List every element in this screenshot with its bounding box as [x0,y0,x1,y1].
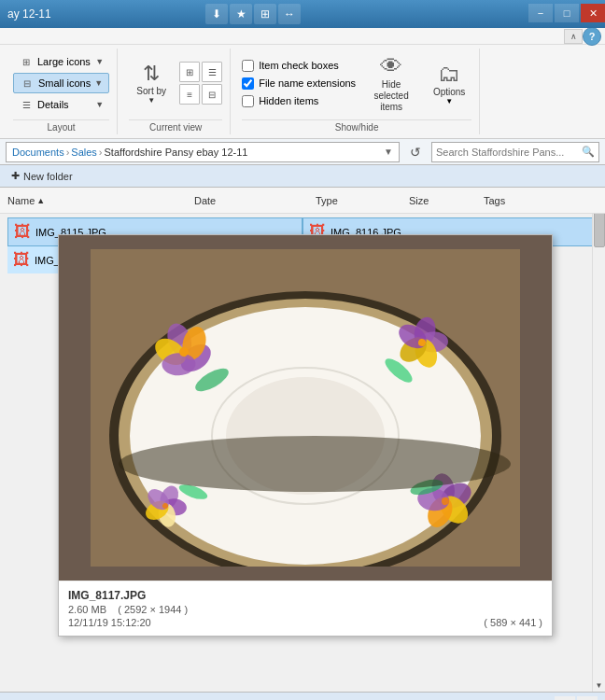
size-column-label: Size [409,195,429,206]
large-icons-option[interactable]: ⊞ Large icons ▼ [13,52,109,71]
hidden-items-option[interactable]: Hidden items [242,95,356,107]
small-icons-icon: ⊟ [20,76,35,91]
view-list-button[interactable]: ☰ [202,62,222,82]
view-grid-button[interactable]: ⊞ [179,62,200,82]
layout-group-label: Layout [13,119,109,134]
file-extensions-checkbox[interactable] [242,77,254,90]
details-option[interactable]: ☰ Details ▼ [13,95,109,114]
options-arrow-icon: ▼ [445,97,453,105]
new-folder-bar: ✚ New folder [0,165,605,188]
qa-favorite-button[interactable]: ★ [230,4,252,24]
minimize-button[interactable]: − [528,4,553,22]
name-column-header[interactable]: Name ▲ [7,195,194,206]
checkbox-group: Item check boxes File name extensions Hi… [242,56,356,111]
address-bar: Documents › Sales › Staffordshire Pansy … [0,139,605,165]
view-mode-icons: ⊞ ⊟ [555,696,598,701]
window-controls: − □ ✕ [528,4,605,22]
breadcrumb-sales[interactable]: Sales [71,147,97,158]
hide-selected-button[interactable]: 👁 Hide selecteditems [361,49,421,117]
breadcrumb-sep-1: › [66,147,70,158]
breadcrumb-current: Staffordshire Pansy ebay 12-11 [105,147,248,158]
search-box: 🔍 [431,142,599,162]
refresh-button[interactable]: ↺ [405,142,426,162]
layout-group-content: ⊞ Large icons ▼ ⊟ Small icons ▼ ☰ Detail… [13,49,109,118]
scrollbar: ▲ ▼ [592,188,605,692]
small-icons-label: Small icons [38,77,91,89]
plate-svg [91,249,520,567]
hidden-items-checkbox[interactable] [242,95,254,107]
show-hide-label: Show/hide [242,119,471,134]
item-checkboxes-checkbox[interactable] [242,60,254,72]
breadcrumb-documents[interactable]: Documents [12,147,64,158]
options-icon: 🗂 [438,61,460,87]
details-arrow: ▼ [95,100,104,109]
layout-group: ⊞ Large icons ▼ ⊟ Small icons ▼ ☰ Detail… [6,49,118,134]
layout-list: ⊞ Large icons ▼ ⊟ Small icons ▼ ☰ Detail… [13,52,109,114]
qa-new-folder-button[interactable]: ⊞ [254,4,276,24]
type-column-label: Type [316,195,338,206]
hidden-items-label: Hidden items [259,95,318,106]
breadcrumb: Documents › Sales › Staffordshire Pansy … [6,142,400,162]
view-icons-group: ⊞ ☰ ≡ ⊟ [179,62,222,105]
view-details-button[interactable]: ≡ [179,84,200,105]
ribbon-toolbar: ⊞ Large icons ▼ ⊟ Small icons ▼ ☰ Detail… [0,45,605,138]
preview-datetime: 12/11/19 15:12:20 ( 589 × 441 ) [68,617,542,628]
options-label: Options [433,87,465,97]
hide-selected-icon: 👁 [380,53,402,79]
item-checkboxes-option[interactable]: Item check boxes [242,60,356,72]
view-mode-grid-button[interactable]: ⊞ [555,696,575,701]
maximize-button[interactable]: □ [555,4,579,22]
breadcrumb-dropdown-arrow[interactable]: ▼ [384,147,393,157]
quick-access-toolbar: ⬇ ★ ⊞ ↔ [205,4,301,24]
show-hide-group: Item check boxes File name extensions Hi… [234,49,480,134]
name-column-label: Name [7,195,35,206]
preview-info: IMG_8117.JPG 2.60 MB ( 2592 × 1944 ) 12/… [59,581,552,636]
scroll-thumb[interactable] [594,210,605,247]
status-bar: ons us Options: ⊞ ⊟ [0,692,605,700]
svg-point-34 [119,436,511,492]
preview-details: 2.60 MB ( 2592 × 1944 ) [68,604,542,615]
new-folder-label: New folder [23,171,73,182]
current-view-content: ⇅ Sort by ▼ ⊞ ☰ ≡ ⊟ [129,49,222,118]
large-icons-arrow: ▼ [95,57,104,66]
preview-panel: IMG_8117.JPG 2.60 MB ( 2592 × 1944 ) 12/… [58,234,553,637]
tags-column-header[interactable]: Tags [484,195,577,206]
options-button[interactable]: 🗂 Options ▼ [427,57,471,109]
view-compact-button[interactable]: ⊟ [202,84,222,105]
preview-image-dimensions: ( 2592 × 1944 ) [118,604,188,615]
new-folder-icon: ✚ [11,170,20,182]
file-extensions-option[interactable]: File name extensions [242,77,356,90]
sort-label: Sort by [136,86,166,96]
qa-back-button[interactable]: ⬇ [205,4,228,24]
item-checkboxes-label: Item check boxes [259,60,339,71]
scroll-track [593,201,605,679]
sort-arrow-icon: ▼ [148,96,155,105]
close-button[interactable]: ✕ [581,4,605,22]
preview-image [59,235,552,581]
preview-view-dimensions: ( 589 × 441 ) [484,617,542,628]
qa-share-button[interactable]: ↔ [278,4,301,24]
details-icon: ☰ [19,97,34,112]
main-area: Name ▲ Date Type Size Tags 🖼 IMG_8115.JP… [0,188,605,700]
sort-by-button[interactable]: ⇅ Sort by ▼ [129,58,174,108]
new-folder-button[interactable]: ✚ New folder [7,168,77,184]
size-column-header[interactable]: Size [409,195,484,206]
window-title: ay 12-11 [7,7,598,21]
preview-filesize: 2.60 MB [68,604,106,615]
file-icon-img8115: 🖼 [14,222,31,242]
column-headers: Name ▲ Date Type Size Tags [0,188,605,214]
ribbon-collapse-button[interactable]: ∧ [564,29,583,44]
type-column-header[interactable]: Type [316,195,409,206]
date-column-label: Date [194,195,216,206]
tags-column-label: Tags [484,195,505,206]
search-input[interactable] [436,147,582,158]
date-column-header[interactable]: Date [194,195,316,206]
ribbon: ∧ ? ⊞ Large icons ▼ ⊟ Small icons ▼ [0,28,605,139]
scroll-down-button[interactable]: ▼ [593,679,606,692]
preview-filename: IMG_8117.JPG [68,589,542,602]
help-button[interactable]: ? [583,27,601,46]
details-label: Details [37,99,69,110]
title-bar: ay 12-11 ⬇ ★ ⊞ ↔ − □ ✕ [0,0,605,28]
view-mode-list-button[interactable]: ⊟ [577,696,598,701]
small-icons-option[interactable]: ⊟ Small icons ▼ [13,73,109,93]
